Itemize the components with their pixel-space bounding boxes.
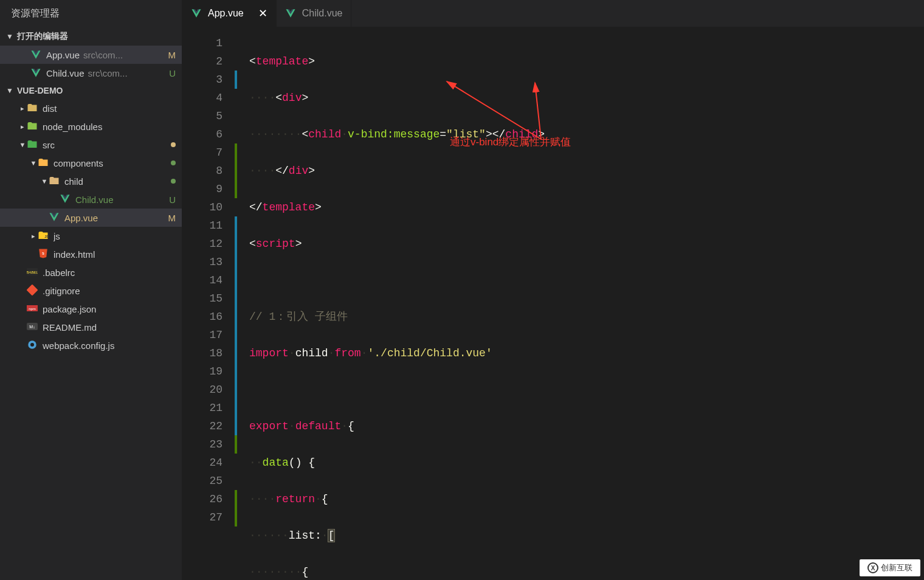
chevron-down-icon: ▼ bbox=[6, 86, 15, 95]
chevron-icon: ▼ bbox=[29, 159, 38, 167]
svg-point-10 bbox=[30, 343, 34, 347]
svg-text:M↓: M↓ bbox=[29, 325, 35, 329]
svg-text:BABEL: BABEL bbox=[27, 271, 38, 274]
chevron-icon: ▸ bbox=[18, 123, 27, 131]
tree-item-label: webpack.config.js bbox=[43, 340, 176, 351]
tree-item-child-vue[interactable]: Child.vueU bbox=[0, 190, 182, 209]
tree-item-app-vue[interactable]: App.vueM bbox=[0, 209, 182, 227]
line-number: 8 bbox=[182, 162, 237, 180]
tree-item-label: .babelrc bbox=[43, 268, 176, 278]
vue-icon bbox=[30, 49, 41, 60]
status-dot bbox=[171, 161, 176, 165]
line-number: 20 bbox=[182, 381, 237, 399]
js-icon bbox=[27, 339, 38, 352]
chevron-icon: ▼ bbox=[18, 141, 27, 148]
tree-item-src[interactable]: ▼src bbox=[0, 136, 182, 154]
tab-app-vue[interactable]: App.vue ✕ bbox=[182, 0, 277, 27]
tree-item-label: index.html bbox=[53, 249, 176, 260]
status-dot bbox=[171, 142, 176, 147]
line-number: 18 bbox=[182, 344, 237, 362]
html-icon: 5 bbox=[38, 248, 49, 261]
line-number: 14 bbox=[182, 271, 237, 289]
chevron-icon: ▼ bbox=[40, 178, 49, 185]
code-editor[interactable]: 1234567891011121314151617181920212223242… bbox=[182, 27, 924, 580]
svg-rect-4 bbox=[27, 285, 38, 295]
line-number: 9 bbox=[182, 180, 237, 198]
line-number: 6 bbox=[182, 125, 237, 143]
open-editor-app-vue[interactable]: App.vue src\com... M bbox=[0, 46, 182, 64]
npm-icon: npm bbox=[27, 303, 38, 316]
code-content: <template> ····<div> ········<child·v-bi… bbox=[237, 27, 545, 580]
folder-open-icon bbox=[49, 175, 60, 188]
line-number: 1 bbox=[182, 34, 237, 52]
vue-icon bbox=[191, 8, 202, 19]
tab-child-vue[interactable]: Child.vue bbox=[277, 0, 352, 27]
line-number: 12 bbox=[182, 235, 237, 253]
tree-item-label: src bbox=[43, 140, 167, 150]
tree-item-node_modules[interactable]: ▸node_modules bbox=[0, 117, 182, 136]
watermark-text: 创新互联 bbox=[881, 562, 912, 573]
line-number: 2 bbox=[182, 52, 237, 71]
tree-item-label: Child.vue bbox=[75, 195, 169, 205]
tree-item-label: README.md bbox=[43, 322, 176, 333]
watermark-ring: X bbox=[867, 562, 878, 573]
project-header[interactable]: ▼ VUE-DEMO bbox=[0, 82, 182, 99]
folder-node-icon bbox=[27, 120, 38, 133]
line-number: 15 bbox=[182, 289, 237, 308]
line-number: 19 bbox=[182, 362, 237, 381]
vue-icon bbox=[285, 8, 296, 19]
tree-item-label: App.vue bbox=[64, 213, 168, 223]
tree-item--gitignore[interactable]: .gitignore bbox=[0, 281, 182, 300]
open-editor-child-vue[interactable]: Child.vue src\com... U bbox=[0, 64, 182, 82]
folder-js-icon: JS bbox=[38, 230, 49, 243]
tree-item-webpack-config-js[interactable]: webpack.config.js bbox=[0, 336, 182, 354]
line-number: 5 bbox=[182, 107, 237, 125]
tree-item-label: js bbox=[53, 231, 176, 241]
editor-area: App.vue ✕ Child.vue 12345678910111213141… bbox=[182, 0, 924, 580]
tree-item-child[interactable]: ▼child bbox=[0, 172, 182, 190]
close-icon[interactable]: ✕ bbox=[258, 7, 267, 20]
md-icon: M↓ bbox=[27, 321, 38, 334]
tree-item-label: dist bbox=[43, 103, 176, 114]
line-number: 21 bbox=[182, 399, 237, 417]
tab-label: Child.vue bbox=[302, 8, 343, 19]
folder-components-icon bbox=[38, 157, 49, 170]
open-editor-path: src\com... bbox=[83, 50, 123, 60]
chevron-icon: ▸ bbox=[29, 232, 38, 240]
line-number: 11 bbox=[182, 216, 237, 235]
tab-bar: App.vue ✕ Child.vue bbox=[182, 0, 924, 27]
open-editor-label: Child.vue bbox=[46, 68, 84, 78]
open-editors-header[interactable]: ▼ 打开的编辑器 bbox=[0, 27, 182, 46]
tree-item-package-json[interactable]: npmpackage.json bbox=[0, 300, 182, 318]
line-number: 16 bbox=[182, 308, 237, 326]
tree-item-dist[interactable]: ▸dist bbox=[0, 99, 182, 117]
tree-item-readme-md[interactable]: M↓README.md bbox=[0, 318, 182, 336]
tree-item-components[interactable]: ▼components bbox=[0, 154, 182, 172]
line-number: 22 bbox=[182, 417, 237, 435]
tree-item-label: components bbox=[53, 158, 167, 168]
tree-item-index-html[interactable]: 5index.html bbox=[0, 245, 182, 263]
line-number: 10 bbox=[182, 198, 237, 216]
tree-item-label: package.json bbox=[43, 304, 176, 314]
status-dot bbox=[171, 179, 176, 184]
tree-item-label: node_modules bbox=[43, 122, 176, 132]
line-number: 25 bbox=[182, 472, 237, 490]
sidebar-title: 资源管理器 bbox=[0, 0, 182, 27]
modified-badge: M bbox=[168, 50, 176, 60]
vue-icon bbox=[49, 212, 60, 224]
watermark: X 创新互联 bbox=[860, 559, 920, 576]
tree-item-js[interactable]: ▸JSjs bbox=[0, 227, 182, 245]
git-icon bbox=[27, 285, 38, 297]
line-number: 4 bbox=[182, 89, 237, 107]
line-number: 27 bbox=[182, 508, 237, 526]
svg-text:JS: JS bbox=[44, 234, 49, 238]
untracked-badge: U bbox=[169, 68, 176, 78]
line-number: 24 bbox=[182, 454, 237, 472]
chevron-down-icon: ▼ bbox=[6, 32, 15, 41]
tree-item--babelrc[interactable]: BABEL.babelrc bbox=[0, 263, 182, 281]
line-number: 23 bbox=[182, 435, 237, 454]
status-badge: M bbox=[168, 213, 176, 223]
babel-icon: BABEL bbox=[27, 266, 38, 279]
project-name: VUE-DEMO bbox=[17, 86, 63, 95]
open-editor-label: App.vue bbox=[46, 50, 80, 60]
